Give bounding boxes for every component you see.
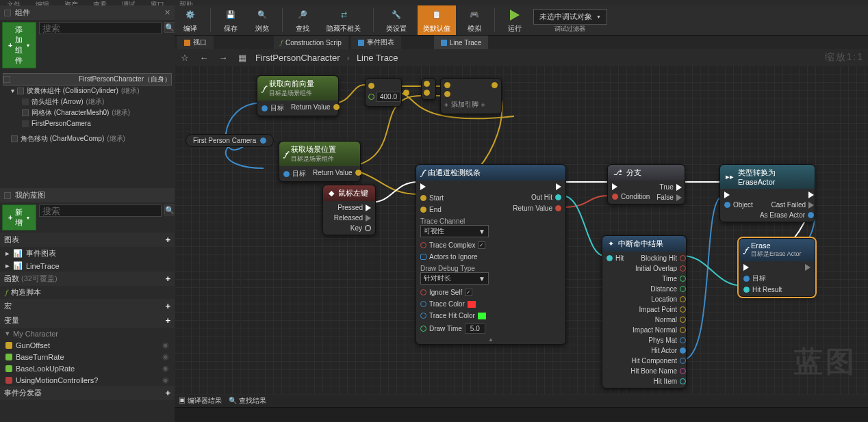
pin-as-eraseactor[interactable]: As Erase Actor xyxy=(760,211,814,219)
variable-item[interactable]: GunOffset◉ xyxy=(0,339,175,351)
class-settings-button[interactable]: 🔧类设置 xyxy=(381,5,412,35)
pin-pressed[interactable]: Pressed xyxy=(337,204,371,211)
section-functions[interactable]: 函数 (32可覆盖)+ xyxy=(0,272,175,286)
pin-start[interactable]: Start xyxy=(420,194,489,202)
tab-compiler-results[interactable]: ▣ 编译器结果 xyxy=(179,396,222,406)
find-button[interactable]: 🔎查找 xyxy=(290,5,316,35)
debug-object-combo[interactable]: 未选中调试对象▼ xyxy=(533,9,607,25)
pin-time[interactable]: Time xyxy=(662,275,686,282)
node-multiply[interactable]: 400.0 xyxy=(365,78,402,107)
visibility-icon[interactable]: ◉ xyxy=(162,352,169,361)
exec-in[interactable] xyxy=(724,192,753,198)
pin-target[interactable]: 目标 xyxy=(261,103,284,113)
menu-asset[interactable]: 资产 xyxy=(64,0,78,5)
pin-location[interactable]: Location xyxy=(651,295,686,303)
pin-hit-component[interactable]: Hit Component xyxy=(631,357,686,365)
pin-cast-failed[interactable]: Cast Failed xyxy=(771,201,814,209)
pin-hit-result[interactable]: Hit Result xyxy=(743,286,782,293)
exec-in[interactable] xyxy=(743,264,782,271)
node-cast-eraseactor[interactable]: ▸▸类型转换为 EraseActor Object Cast Failed As… xyxy=(719,164,815,222)
pin-ignore-self[interactable]: Ignore Self ✓ xyxy=(420,289,489,296)
class-defaults-button[interactable]: 📋类默认值 xyxy=(418,5,456,35)
component-row[interactable]: FirstPersonCamera xyxy=(3,118,172,129)
add-icon[interactable]: + xyxy=(165,235,170,245)
pin-b[interactable]: 400.0 xyxy=(368,92,400,102)
hide-unrelated-button[interactable]: ⇄隐藏不相关 xyxy=(321,5,366,35)
pin-out[interactable] xyxy=(403,90,409,96)
graph-item[interactable]: ▸📊事件图表 xyxy=(0,247,175,260)
pin-blocking-hit[interactable]: Blocking Hit xyxy=(641,254,686,262)
visibility-icon[interactable]: ◉ xyxy=(162,364,169,373)
node-branch[interactable]: ⎇分支 Condition True False xyxy=(607,164,685,205)
pin-in-1[interactable] xyxy=(444,91,450,97)
favorite-icon[interactable]: ☆ xyxy=(179,51,191,64)
close-icon[interactable]: ✕ xyxy=(164,8,170,17)
variable-item[interactable]: BaseLookUpRate◉ xyxy=(0,362,175,374)
menu-window[interactable]: 窗口 xyxy=(151,0,164,5)
pin-actors-ignore[interactable]: Actors to Ignore xyxy=(420,253,489,261)
pin-condition[interactable]: Condition xyxy=(612,193,650,200)
pin-hit-actor[interactable]: Hit Actor xyxy=(651,347,686,354)
save-button[interactable]: 💾保存 xyxy=(218,5,244,35)
add-pin-button[interactable]: + 添加引脚 + xyxy=(444,100,485,109)
add-icon[interactable]: + xyxy=(165,315,170,326)
nav-back-icon[interactable]: ← xyxy=(198,51,210,64)
tab-find-results[interactable]: 🔍 查找结果 xyxy=(229,396,266,406)
visibility-icon[interactable]: ◉ xyxy=(162,341,169,350)
pin-end[interactable]: End xyxy=(420,206,489,213)
component-row[interactable]: 网格体 (CharacterMesh0) (继承) xyxy=(3,107,172,118)
section-graphs[interactable]: 图表+ xyxy=(0,233,175,247)
add-icon[interactable]: + xyxy=(165,274,170,284)
menu-edit[interactable]: 编辑 xyxy=(36,0,49,5)
pin-trace-color[interactable]: Trace Color xyxy=(420,300,489,308)
pin-return-value[interactable]: Return Value xyxy=(513,205,561,212)
component-row[interactable]: ▾胶囊体组件 (CollisionCylinder) (继承) xyxy=(3,85,172,96)
browse-button[interactable]: 🔍浏览 xyxy=(249,5,275,35)
exec-in[interactable] xyxy=(612,183,650,190)
exec-out[interactable] xyxy=(805,264,810,271)
pin-a[interactable] xyxy=(368,83,374,89)
draw-debug-select[interactable]: 针对时长▼ xyxy=(420,272,489,285)
add-icon[interactable]: + xyxy=(165,301,170,311)
node-line-trace[interactable]: 𝑓由通道检测线条 Start End Trace Channel可视性▼ Tra… xyxy=(416,164,566,345)
pin-object[interactable]: Object xyxy=(724,201,753,209)
pin-a[interactable] xyxy=(424,81,430,87)
node-make-array[interactable]: + 添加引脚 + xyxy=(440,78,502,114)
component-row[interactable]: 角色移动 (CharMoveComp) (继承) xyxy=(3,133,172,144)
simulate-button[interactable]: 🎮模拟 xyxy=(461,5,487,35)
myblueprint-search-input[interactable] xyxy=(39,205,162,217)
trace-channel-select[interactable]: 可视性▼ xyxy=(420,225,489,237)
grid-icon[interactable]: ▦ xyxy=(236,51,248,64)
node-mouse-left[interactable]: ◆鼠标左键 Pressed Released Key xyxy=(322,185,376,235)
variable-item[interactable]: BaseTurnRate◉ xyxy=(0,351,175,362)
function-item[interactable]: 𝑓构造脚本 xyxy=(0,286,175,299)
pin-normal[interactable]: Normal xyxy=(655,316,686,324)
search-icon[interactable]: 🔍 xyxy=(164,205,175,215)
tab-viewport[interactable]: 视口 xyxy=(177,36,214,49)
components-tree[interactable]: FirstPersonCharacter（自身） ▾胶囊体组件 (Collisi… xyxy=(0,70,175,147)
component-row[interactable]: 箭头组件 (Arrow) (继承) xyxy=(3,96,172,107)
pin-target[interactable]: 目标 xyxy=(743,274,782,283)
components-search-input[interactable] xyxy=(39,22,162,34)
pin-distance[interactable]: Distance xyxy=(650,285,686,293)
exec-out[interactable] xyxy=(556,183,561,190)
exec-out[interactable] xyxy=(808,192,814,198)
pin-false[interactable]: False xyxy=(656,194,681,201)
pin-released[interactable]: Released xyxy=(334,214,371,222)
pin-hit[interactable]: Hit xyxy=(607,254,624,262)
menu-file[interactable]: 文件 xyxy=(7,0,21,5)
nav-forward-icon[interactable]: → xyxy=(217,51,229,64)
node-add-small[interactable] xyxy=(421,78,436,100)
tab-linetrace[interactable]: Line Trace xyxy=(434,36,489,49)
pin-b[interactable] xyxy=(424,90,430,96)
pin-true[interactable]: True xyxy=(660,183,682,191)
menu-help[interactable]: 帮助 xyxy=(179,0,193,5)
component-root-row[interactable]: FirstPersonCharacter（自身） xyxy=(3,73,172,85)
pin-out[interactable] xyxy=(492,82,498,88)
play-button[interactable]: 运行 xyxy=(502,5,528,35)
compile-button[interactable]: ⚙️编译 xyxy=(177,5,203,35)
search-icon[interactable]: 🔍 xyxy=(164,22,175,33)
pin-hit-bone[interactable]: Hit Bone Name xyxy=(630,367,686,375)
exec-in[interactable] xyxy=(420,183,489,190)
pin-initial-overlap[interactable]: Initial Overlap xyxy=(635,265,686,272)
